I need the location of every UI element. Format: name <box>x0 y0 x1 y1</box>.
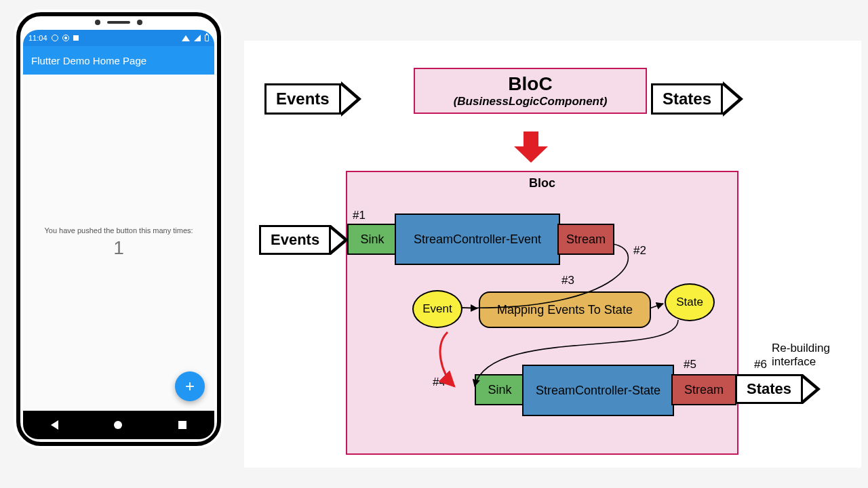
stream-controller-state: StreamController-State <box>522 365 674 416</box>
signal-icon <box>194 35 201 41</box>
recent-icon[interactable] <box>178 421 186 429</box>
arrow-down-icon <box>524 131 538 146</box>
bloc-box: BloC (BusinessLogicComponent) <box>414 68 647 114</box>
push-text: You have pushed the button this many tim… <box>44 226 193 235</box>
phone-frame: 11:04 Flutter Demo Home Page You have pu… <box>16 12 221 446</box>
step-4-label: #4 <box>433 375 446 389</box>
back-icon[interactable] <box>51 420 58 430</box>
status-time: 11:04 <box>28 34 47 42</box>
status-bar: 11:04 <box>23 30 214 46</box>
app-bar: Flutter Demo Home Page <box>23 46 214 75</box>
event-bubble: Event <box>412 290 462 328</box>
push-count: 1 <box>113 237 124 259</box>
stream-box-1: Stream <box>557 224 614 255</box>
phone-screen: 11:04 Flutter Demo Home Page You have pu… <box>23 30 214 439</box>
panel-states-arrow: States <box>735 374 803 404</box>
square-icon <box>73 35 79 41</box>
battery-icon <box>205 35 209 41</box>
step-5-label: #5 <box>684 358 696 371</box>
stream-box-2: Stream <box>671 374 736 405</box>
arrow-right-icon <box>723 81 743 117</box>
state-bubble: State <box>665 283 715 321</box>
sink-box-2: Sink <box>475 374 525 405</box>
wifi-icon <box>182 35 190 41</box>
arrow-right-icon <box>331 225 349 255</box>
panel-events-arrow: Events <box>259 225 331 255</box>
app-body: You have pushed the button this many tim… <box>23 75 214 411</box>
phone-speaker <box>95 19 142 26</box>
arrow-right-icon <box>803 374 821 404</box>
events-arrow-label: Events <box>264 83 341 115</box>
target-icon <box>62 35 69 41</box>
step-2-label: #2 <box>633 244 646 258</box>
mapping-box: Mapping Events To State <box>479 291 651 328</box>
appbar-title: Flutter Demo Home Page <box>31 55 146 66</box>
fab-add-button[interactable]: + <box>175 371 205 401</box>
bloc-title: BloC <box>422 73 639 95</box>
arrow-right-icon <box>341 81 361 117</box>
stream-controller-event: StreamController-Event <box>395 214 560 265</box>
step-6-label: #6 <box>754 358 767 371</box>
plus-icon: + <box>185 377 195 396</box>
bloc-subtitle: (BusinessLogicComponent) <box>422 95 639 108</box>
states-arrow-label: States <box>651 83 723 115</box>
step-3-label: #3 <box>561 274 574 287</box>
system-navbar <box>23 411 214 439</box>
rebuilding-text: Re-building interface <box>772 342 830 369</box>
step-1-label: #1 <box>353 209 366 222</box>
home-icon[interactable] <box>114 421 122 429</box>
gear-icon <box>52 35 58 41</box>
sink-box-1: Sink <box>347 224 397 255</box>
bloc-diagram: Events BloC (BusinessLogicComponent) Sta… <box>244 41 861 468</box>
panel-title: Bloc <box>347 176 737 190</box>
